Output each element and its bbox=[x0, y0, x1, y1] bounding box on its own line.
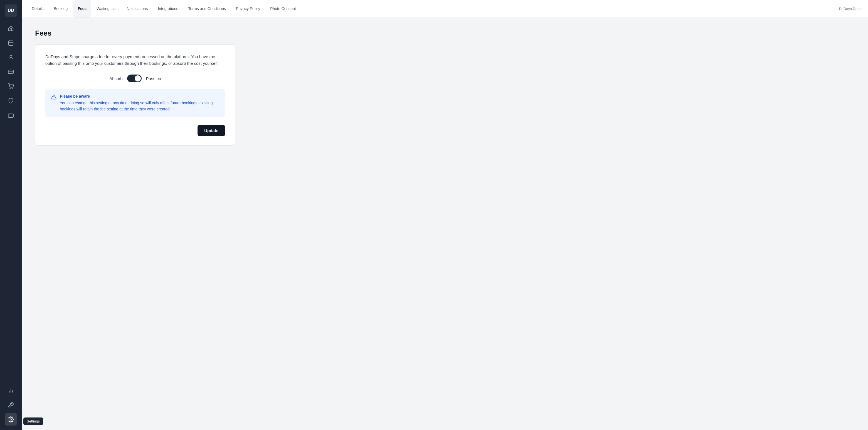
update-button[interactable]: Update bbox=[197, 125, 225, 136]
sidebar: DD Settings bbox=[0, 0, 22, 430]
alert-icon bbox=[51, 94, 57, 101]
nav-tab-terms-and-conditions[interactable]: Terms and Conditions bbox=[184, 0, 230, 18]
nav-tab-details[interactable]: Details bbox=[27, 0, 48, 18]
sidebar-item-settings[interactable] bbox=[5, 413, 17, 426]
top-nav: DetailsBookingFeesWaiting ListNotificati… bbox=[22, 0, 868, 18]
pass-on-label: Pass on bbox=[146, 76, 161, 81]
nav-tab-photo-consent[interactable]: Photo Consent bbox=[266, 0, 301, 18]
svg-point-8 bbox=[12, 88, 13, 89]
card-footer: Update bbox=[45, 125, 225, 136]
sidebar-item-security[interactable] bbox=[5, 95, 17, 107]
svg-point-7 bbox=[10, 88, 10, 89]
alert-content: Please be aware You can change this sett… bbox=[60, 94, 219, 112]
app-logo: DD bbox=[5, 4, 17, 17]
nav-tab-integrations[interactable]: Integrations bbox=[153, 0, 183, 18]
fee-toggle-row: Absorb Pass on bbox=[45, 74, 225, 82]
fees-description: DoDays and Stripe charge a fee for every… bbox=[45, 53, 225, 67]
svg-point-4 bbox=[10, 55, 12, 57]
nav-tab-waiting-list[interactable]: Waiting List bbox=[92, 0, 121, 18]
main-content: DetailsBookingFeesWaiting ListNotificati… bbox=[22, 0, 868, 430]
fees-card: DoDays and Stripe charge a fee for every… bbox=[35, 44, 235, 146]
svg-rect-9 bbox=[8, 114, 13, 117]
sidebar-item-analytics[interactable] bbox=[5, 385, 17, 397]
nav-tab-fees[interactable]: Fees bbox=[73, 0, 91, 18]
sidebar-item-calendar[interactable] bbox=[5, 37, 17, 49]
sidebar-item-shop[interactable] bbox=[5, 80, 17, 92]
user-label: DoDays Demo bbox=[839, 7, 862, 11]
nav-tab-notifications[interactable]: Notifications bbox=[122, 0, 152, 18]
nav-tab-privacy-policy[interactable]: Privacy Policy bbox=[231, 0, 265, 18]
svg-point-13 bbox=[10, 419, 12, 420]
svg-rect-0 bbox=[9, 41, 13, 45]
fee-toggle[interactable] bbox=[127, 74, 142, 82]
page-title: Fees bbox=[35, 29, 855, 37]
alert-body: You can change this setting at any time,… bbox=[60, 100, 219, 112]
sidebar-item-home[interactable] bbox=[5, 22, 17, 34]
svg-rect-5 bbox=[8, 70, 13, 74]
absorb-label: Absorb bbox=[109, 76, 123, 81]
nav-tabs: DetailsBookingFeesWaiting ListNotificati… bbox=[27, 0, 301, 18]
sidebar-item-business[interactable] bbox=[5, 109, 17, 121]
sidebar-item-payments[interactable] bbox=[5, 66, 17, 78]
sidebar-item-user[interactable] bbox=[5, 51, 17, 63]
alert-box: Please be aware You can change this sett… bbox=[45, 89, 225, 117]
alert-title: Please be aware bbox=[60, 94, 219, 98]
sidebar-item-tools[interactable] bbox=[5, 399, 17, 411]
page-content: Fees DoDays and Stripe charge a fee for … bbox=[22, 18, 868, 430]
nav-tab-booking[interactable]: Booking bbox=[49, 0, 72, 18]
